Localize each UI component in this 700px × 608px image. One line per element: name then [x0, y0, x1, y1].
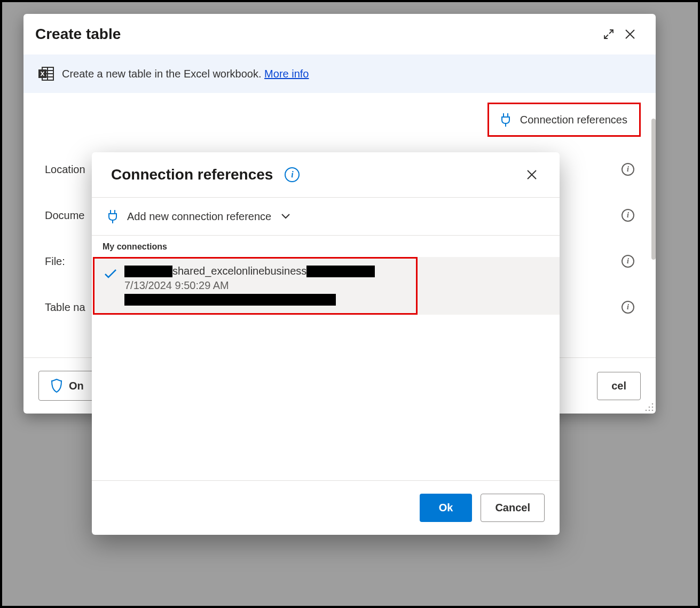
ok-button[interactable]: Ok [420, 494, 473, 522]
info-icon[interactable]: i [285, 167, 300, 182]
add-connection-reference-button[interactable]: Add new connection reference [92, 198, 560, 236]
info-text: Create a new table in the Excel workbook… [62, 68, 262, 80]
svg-point-11 [652, 407, 654, 408]
svg-point-13 [649, 410, 650, 411]
panel-header: Create table [23, 14, 656, 54]
info-icon[interactable]: i [622, 255, 634, 268]
modal-footer: Ok Cancel [92, 480, 560, 535]
svg-point-9 [652, 403, 654, 405]
more-info-link[interactable]: More info [264, 68, 309, 80]
my-connections-label: My connections [92, 236, 560, 257]
svg-point-14 [652, 410, 654, 411]
connection-item[interactable]: shared_excelonlinebusiness 7/13/2024 9:5… [93, 257, 418, 315]
connection-datetime: 7/13/2024 9:50:29 AM [124, 279, 375, 292]
add-connection-reference-label: Add new connection reference [127, 211, 271, 223]
cancel-button[interactable]: Cancel [481, 494, 545, 522]
info-icon[interactable]: i [622, 301, 634, 314]
close-modal-button[interactable] [521, 164, 542, 185]
connection-details: shared_excelonlinebusiness 7/13/2024 9:5… [124, 265, 375, 306]
close-icon [526, 169, 537, 180]
modal-title: Connection references [111, 166, 273, 183]
plug-icon [501, 113, 510, 127]
redacted-text [124, 294, 336, 306]
plug-icon [108, 209, 117, 223]
excel-icon [38, 66, 54, 81]
connection-name-middle: shared_excelonlinebusiness [172, 265, 306, 277]
panel-cancel-button[interactable]: cel [597, 372, 641, 400]
connection-row: shared_excelonlinebusiness 7/13/2024 9:5… [92, 257, 560, 315]
redacted-text [124, 266, 172, 277]
close-panel-button[interactable] [619, 24, 641, 45]
info-icon[interactable]: i [622, 209, 634, 222]
shield-button[interactable]: On [38, 371, 96, 401]
connection-name-line: shared_excelonlinebusiness [124, 265, 375, 277]
connection-references-button[interactable]: Connection references [487, 103, 641, 137]
expand-icon [603, 29, 614, 40]
redacted-text [306, 266, 375, 277]
svg-point-10 [649, 407, 650, 408]
info-bar: Create a new table in the Excel workbook… [23, 54, 656, 93]
shield-button-label: On [69, 380, 84, 392]
svg-point-12 [646, 410, 647, 411]
panel-title: Create table [35, 26, 598, 43]
close-icon [625, 29, 635, 40]
expand-button[interactable] [598, 24, 619, 45]
connection-references-label: Connection references [520, 114, 627, 126]
connection-row-fill [418, 257, 560, 315]
connection-references-modal: Connection references i Add new connecti… [92, 152, 560, 535]
info-icon[interactable]: i [622, 163, 634, 176]
resize-handle[interactable] [644, 402, 655, 412]
chevron-down-icon [281, 213, 290, 220]
modal-header: Connection references i [92, 152, 560, 198]
shield-icon [51, 379, 62, 393]
connection-references-wrap: Connection references [23, 93, 656, 140]
resize-icon [644, 402, 655, 412]
check-icon [104, 268, 117, 279]
scrollbar[interactable] [651, 119, 656, 260]
connection-extra-line [124, 294, 375, 306]
